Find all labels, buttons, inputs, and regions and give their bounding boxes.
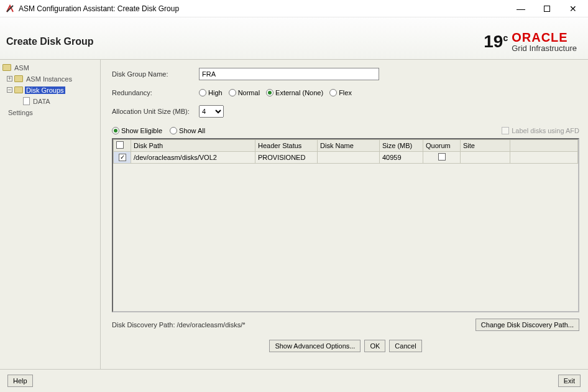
minimize-button[interactable]: — xyxy=(513,1,528,16)
redundancy-normal[interactable]: Normal xyxy=(229,89,260,96)
help-button[interactable]: Help xyxy=(7,375,33,387)
change-discovery-path-button[interactable]: Change Disk Discovery Path... xyxy=(475,319,579,331)
redundancy-group: High Normal External (None) Flex xyxy=(199,89,352,96)
cancel-button[interactable]: Cancel xyxy=(389,340,421,352)
brand-name: ORACLE xyxy=(512,31,577,44)
tree-item-data[interactable]: DATA xyxy=(0,96,100,107)
expand-icon[interactable]: + xyxy=(7,76,12,82)
alloc-unit-select[interactable]: 4 xyxy=(199,105,224,118)
cell-disk-name xyxy=(318,151,380,163)
show-all[interactable]: Show All xyxy=(170,127,205,134)
close-button[interactable]: ✕ xyxy=(566,1,581,16)
content-pane: Disk Group Name: Redundancy: High Normal… xyxy=(101,60,588,369)
page-header: Create Disk Group 19c ORACLE Grid Infras… xyxy=(0,17,588,60)
disk-grid: Disk Path Header Status Disk Name Size (… xyxy=(112,138,579,312)
maximize-button[interactable] xyxy=(540,1,554,16)
col-site[interactable]: Site xyxy=(461,139,510,151)
folder-icon xyxy=(14,86,23,93)
app-icon xyxy=(5,4,15,14)
afd-checkbox xyxy=(502,127,509,134)
cell-disk-path: /dev/oracleasm/disks/VOL2 xyxy=(131,151,255,163)
grid-header-row: Disk Path Header Status Disk Name Size (… xyxy=(114,139,578,151)
titlebar: ASM Configuration Assistant: Create Disk… xyxy=(0,0,588,17)
window-title: ASM Configuration Assistant: Create Disk… xyxy=(19,4,179,13)
redundancy-high[interactable]: High xyxy=(199,89,223,96)
row-checkbox[interactable] xyxy=(114,151,131,163)
col-disk-path[interactable]: Disk Path xyxy=(131,139,255,151)
col-quorum[interactable]: Quorum xyxy=(423,139,461,151)
version-number: 19c xyxy=(484,33,508,50)
cell-quorum[interactable] xyxy=(423,151,461,163)
table-row[interactable]: /dev/oracleasm/disks/VOL2 PROVISIONED 40… xyxy=(114,151,578,163)
tree-item-instances[interactable]: + ASM Instances xyxy=(0,73,100,85)
cell-size: 40959 xyxy=(380,151,423,163)
redundancy-external[interactable]: External (None) xyxy=(266,89,323,96)
cell-site xyxy=(461,151,510,163)
redundancy-flex[interactable]: Flex xyxy=(329,89,352,96)
col-header-status[interactable]: Header Status xyxy=(255,139,318,151)
ok-button[interactable]: OK xyxy=(364,340,385,352)
show-eligible[interactable]: Show Eligible xyxy=(112,127,162,134)
tree-item-disk-groups[interactable]: − Disk Groups xyxy=(0,85,100,96)
disk-group-name-label: Disk Group Name: xyxy=(112,70,199,78)
discovery-path-label: Disk Discovery Path: /dev/oracleasm/disk… xyxy=(112,321,246,329)
brand-logo: 19c ORACLE Grid Infrastructure xyxy=(484,31,577,53)
cell-header-status: PROVISIONED xyxy=(255,151,318,163)
col-spacer xyxy=(510,139,578,151)
sidebar: ASM + ASM Instances − Disk Groups DATA S… xyxy=(0,60,101,369)
tree-item-settings[interactable]: Settings xyxy=(0,107,100,118)
collapse-icon[interactable]: − xyxy=(7,87,12,93)
col-size[interactable]: Size (MB) xyxy=(380,139,423,151)
disk-group-name-input[interactable] xyxy=(199,68,379,80)
alloc-label: Allocation Unit Size (MB): xyxy=(112,108,199,115)
disk-filter-group: Show Eligible Show All xyxy=(112,127,205,134)
folder-icon xyxy=(2,64,11,71)
advanced-options-button[interactable]: Show Advanced Options... xyxy=(269,340,361,352)
col-disk-name[interactable]: Disk Name xyxy=(318,139,380,151)
main-area: ASM + ASM Instances − Disk Groups DATA S… xyxy=(0,60,588,369)
col-select[interactable] xyxy=(114,139,131,151)
page-title: Create Disk Group xyxy=(6,36,93,47)
folder-icon xyxy=(14,75,23,82)
tree-item-asm[interactable]: ASM xyxy=(0,62,100,73)
exit-button[interactable]: Exit xyxy=(558,375,581,387)
afd-option: Label disks using AFD xyxy=(502,127,579,134)
brand-sub: Grid Infrastructure xyxy=(512,44,577,53)
footer: Help Exit xyxy=(0,369,588,392)
redundancy-label: Redundancy: xyxy=(112,89,199,96)
file-icon xyxy=(23,97,30,105)
